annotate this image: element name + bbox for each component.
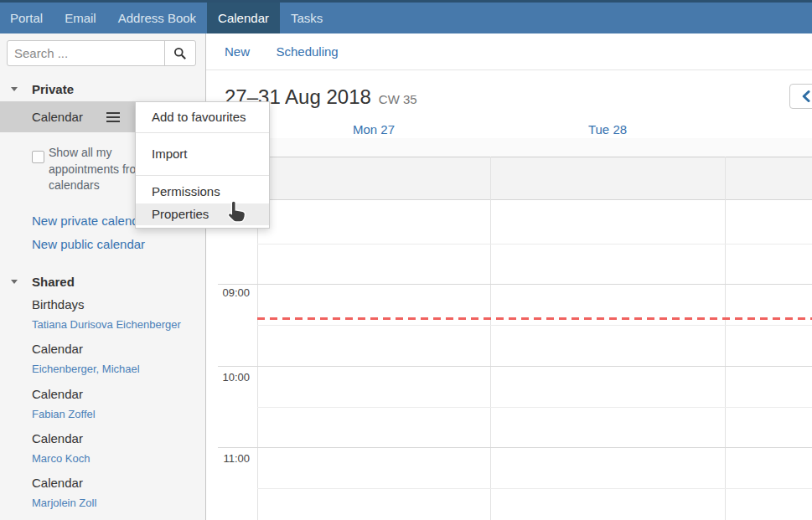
menu-group: Permissions Properties [136,176,269,228]
shared-folder-name: Birthdays [32,297,181,311]
menu-item-add-to-favourites[interactable]: Add to favourites [136,102,269,132]
show-all-appointments-checkbox[interactable] [32,151,44,163]
menu-item-import[interactable]: Import [136,139,269,169]
menu-item-properties[interactable]: Properties [136,203,269,225]
hour-gridline [218,284,812,285]
time-label-1000: 10:00 [206,371,250,384]
shared-folder-name: Calendar [32,387,96,401]
shared-folder-name: Calendar [32,431,90,445]
folder-context-menu: Add to favourites Import Permissions Pro… [135,101,270,229]
section-label: Shared [32,275,75,289]
shared-folder-calendar-2[interactable]: Calendar Fabian Zoffel [32,387,96,420]
new-public-calendar-link[interactable]: New public calendar [32,237,145,251]
grid-column-divider [725,157,726,520]
shared-folder-calendar-1[interactable]: Calendar Eichenberger, Michael [32,342,140,375]
search-icon [173,47,187,60]
search-box [7,40,196,66]
shared-folder-name: Calendar [32,342,140,356]
section-header-private[interactable]: Private [0,82,205,99]
caret-down-icon [11,87,18,91]
folder-label: Calendar [32,101,83,132]
shared-folder-calendar-4[interactable]: Calendar Marjolein Zoll [32,476,96,509]
nav-tab-calendar[interactable]: Calendar [207,3,280,33]
shared-folder-owner[interactable]: Fabian Zoffel [32,408,96,420]
menu-divider [136,132,269,133]
chevron-left-icon [801,90,811,102]
shared-folder-birthdays[interactable]: Birthdays Tatiana Durisova Eichenberger [32,297,181,331]
shared-folder-owner[interactable]: Tatiana Durisova Eichenberger [32,318,181,331]
calendar-app-window: Portal Email Address Book Calendar Tasks… [0,0,812,520]
shared-folder-owner[interactable]: Marco Koch [32,452,90,465]
shared-folder-name: Calendar [32,476,96,490]
hour-gridline [218,447,812,448]
new-appointment-button[interactable]: New [225,33,250,70]
previous-week-button[interactable] [789,84,812,109]
half-hour-gridline [257,325,812,326]
day-header-tue[interactable]: Tue 28 [490,122,725,136]
scheduling-button[interactable]: Scheduling [276,33,338,70]
folder-actions-hamburger-icon[interactable] [106,112,120,122]
half-hour-gridline [257,407,812,408]
nav-tab-email[interactable]: Email [54,3,107,33]
nav-tab-address-book[interactable]: Address Book [107,3,207,33]
calendar-week-badge: CW 35 [379,92,417,106]
time-label-1100: 11:00 [206,452,250,465]
nav-tab-tasks[interactable]: Tasks [280,3,334,33]
search-button[interactable] [164,41,195,65]
grid-column-divider [490,157,491,520]
day-header-mon[interactable]: Mon 27 [257,122,490,136]
section-header-shared[interactable]: Shared [0,275,205,291]
shared-folder-owner[interactable]: Eichenberger, Michael [32,363,140,375]
all-day-row[interactable] [206,157,812,200]
half-hour-gridline [257,244,812,245]
time-label-0900: 09:00 [206,286,250,299]
calendar-main-area: New Scheduling 27–31 Aug 2018CW 35 Mon 2… [206,33,812,520]
hour-gridline [218,366,812,367]
nav-tab-portal[interactable]: Portal [0,3,54,33]
section-label: Private [32,82,74,96]
shared-folder-owner[interactable]: Marjolein Zoll [32,497,96,509]
search-input[interactable] [8,41,164,65]
calendar-toolbar: New Scheduling [206,33,812,70]
top-navbar: Portal Email Address Book Calendar Tasks [0,0,812,33]
caret-down-icon [11,280,18,284]
half-hour-gridline [257,488,812,489]
menu-item-permissions[interactable]: Permissions [136,180,269,203]
current-time-indicator [257,317,812,320]
header-strip [206,138,812,157]
shared-folder-calendar-3[interactable]: Calendar Marco Koch [32,431,90,465]
new-private-calendar-link[interactable]: New private calendar [32,214,150,228]
